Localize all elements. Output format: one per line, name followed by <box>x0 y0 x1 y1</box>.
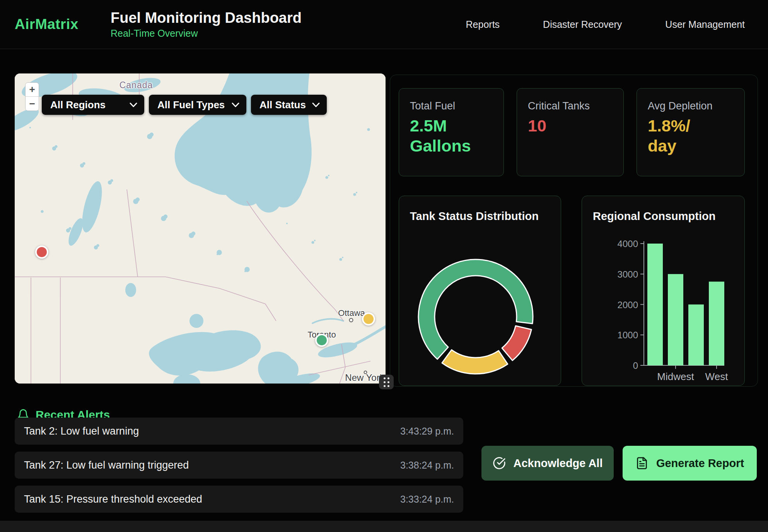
acknowledge-all-button[interactable]: Acknowledge All <box>481 446 614 481</box>
app-logo: AirMatrix <box>15 16 96 32</box>
alert-time: 3:38:24 p.m. <box>400 460 454 471</box>
tank-status-donut-chart <box>399 196 561 386</box>
status-filter-value: All Status <box>259 99 306 111</box>
map-zoom-control: + − <box>25 82 39 111</box>
stat-value-line1: 2.5M <box>410 116 493 136</box>
svg-text:2000: 2000 <box>618 300 638 310</box>
check-circle-icon <box>493 457 506 470</box>
status-filter-select[interactable]: All Status <box>251 95 327 115</box>
tank-status-chart-title: Tank Status Distribution <box>410 210 539 223</box>
alert-row[interactable]: Tank 27: Low fuel warning triggered 3:38… <box>15 452 463 479</box>
regional-consumption-chart-card: Regional Consumption 01000200030004000Mi… <box>582 196 745 386</box>
chevron-down-icon <box>130 102 137 107</box>
stat-value-line2: Gallons <box>410 136 493 156</box>
fuel-type-filter-select[interactable]: All Fuel Types <box>149 95 246 115</box>
svg-text:3000: 3000 <box>618 269 638 280</box>
main-nav: Reports Disaster Recovery User Managemen… <box>466 19 745 30</box>
map-marker-warning[interactable] <box>362 312 375 326</box>
fuel-type-filter-value: All Fuel Types <box>157 99 225 111</box>
regional-consumption-chart-title: Regional Consumption <box>593 210 715 223</box>
map[interactable]: Canada Ottawa Toronto New York + − All R… <box>15 73 386 384</box>
stat-value: 2.5M Gallons <box>410 116 493 156</box>
donut-slice-critical[interactable] <box>502 326 531 361</box>
page-subtitle: Real-Time Overview <box>111 28 302 39</box>
stat-value-line1: 1.8%/ <box>648 116 734 136</box>
donut-slice-warning[interactable] <box>442 350 508 374</box>
stat-value-line2: day <box>648 136 734 156</box>
chevron-down-icon <box>232 102 239 107</box>
alert-row[interactable]: Tank 2: Low fuel warning 3:43:29 p.m. <box>15 418 463 445</box>
alert-message: Tank 15: Pressure threshold exceeded <box>24 493 202 505</box>
stat-value: 1.8%/ day <box>648 116 734 156</box>
metrics-panel: Total Fuel 2.5M Gallons Critical Tanks 1… <box>390 75 758 387</box>
chevron-down-icon <box>312 102 320 107</box>
alert-time: 3:43:29 p.m. <box>400 426 454 437</box>
nav-disaster-recovery[interactable]: Disaster Recovery <box>543 19 622 30</box>
title-block: Fuel Monitoring Dashboard Real-Time Over… <box>111 10 302 39</box>
stat-value: 10 <box>528 116 613 136</box>
dashboard-page: AirMatrix Fuel Monitoring Dashboard Real… <box>0 0 768 532</box>
stat-card-critical-tanks: Critical Tanks 10 <box>517 88 624 176</box>
svg-text:West: West <box>705 371 729 382</box>
zoom-out-button[interactable]: − <box>26 97 39 111</box>
svg-text:1000: 1000 <box>618 330 638 340</box>
alert-time: 3:33:24 p.m. <box>400 494 454 505</box>
map-tiles[interactable] <box>15 73 386 384</box>
nav-reports[interactable]: Reports <box>466 19 500 30</box>
page-title: Fuel Monitoring Dashboard <box>111 10 302 26</box>
map-marker-critical[interactable] <box>35 246 48 259</box>
stat-card-avg-depletion: Avg Depletion 1.8%/ day <box>637 88 745 176</box>
generate-report-button[interactable]: Generate Report <box>623 446 757 481</box>
newyork-town-dot <box>364 371 367 374</box>
bar-2[interactable] <box>688 305 704 366</box>
generate-report-label: Generate Report <box>656 457 744 470</box>
bar-3[interactable] <box>709 281 724 365</box>
tank-status-chart-card: Tank Status Distribution <box>399 196 561 386</box>
acknowledge-all-label: Acknowledge All <box>514 457 603 470</box>
bar-0[interactable] <box>647 244 663 365</box>
map-marker-normal[interactable] <box>315 334 328 347</box>
stat-label: Critical Tanks <box>528 100 613 112</box>
header: AirMatrix Fuel Monitoring Dashboard Real… <box>0 0 768 49</box>
svg-text:4000: 4000 <box>618 239 638 249</box>
stat-label: Total Fuel <box>410 100 493 112</box>
region-filter-value: All Regions <box>50 99 106 111</box>
stat-value-line1: 10 <box>528 116 613 136</box>
bottom-strip <box>0 521 768 532</box>
svg-text:0: 0 <box>633 360 638 371</box>
zoom-in-button[interactable]: + <box>26 83 39 97</box>
alert-row[interactable]: Tank 15: Pressure threshold exceeded 3:3… <box>15 486 463 513</box>
alert-message: Tank 2: Low fuel warning <box>24 425 139 437</box>
svg-text:Midwest: Midwest <box>657 371 694 382</box>
nav-user-management[interactable]: User Management <box>665 19 745 30</box>
regional-consumption-bar-chart: 01000200030004000MidwestWest <box>582 196 745 386</box>
stat-label: Avg Depletion <box>648 100 734 112</box>
bar-1[interactable] <box>668 274 683 365</box>
region-filter-select[interactable]: All Regions <box>42 95 144 115</box>
map-resize-handle[interactable] <box>379 375 394 389</box>
alert-message: Tank 27: Low fuel warning triggered <box>24 459 189 471</box>
stat-card-total-fuel: Total Fuel 2.5M Gallons <box>399 88 504 176</box>
ottawa-town-dot <box>349 318 353 322</box>
document-icon <box>635 457 649 470</box>
